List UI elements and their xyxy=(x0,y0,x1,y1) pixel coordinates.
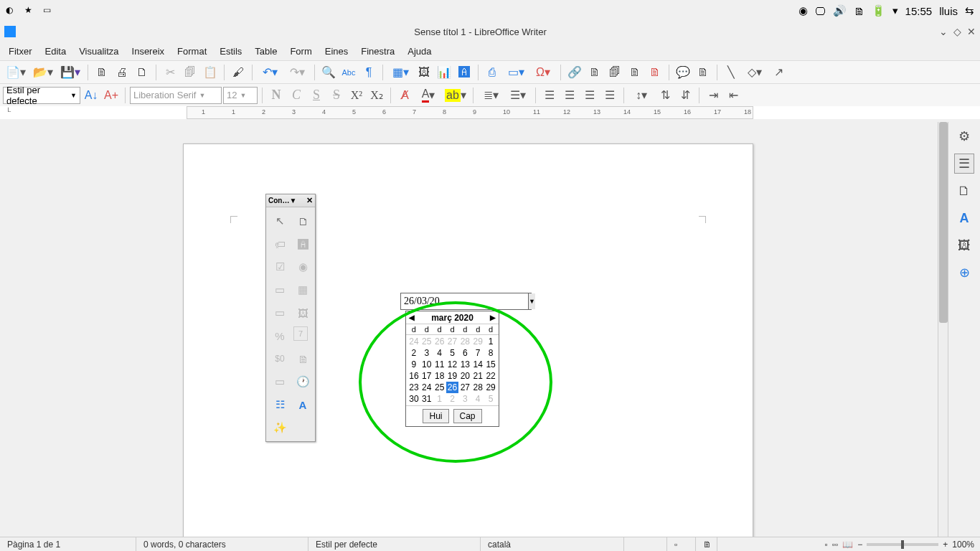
firefox-tray-icon[interactable]: ◉ xyxy=(798,4,808,17)
volume-tray-icon[interactable]: 🔊 xyxy=(833,4,847,17)
track-changes-button[interactable]: 🗎 xyxy=(646,63,664,82)
calendar-day[interactable]: 31 xyxy=(420,393,433,405)
sidebar-settings-icon[interactable]: ⚙ xyxy=(954,126,974,146)
calendar-day[interactable]: 18 xyxy=(433,370,446,382)
battery-tray-icon[interactable]: 🔋 xyxy=(872,4,885,17)
menu-format[interactable]: Format xyxy=(171,44,212,59)
menu-table[interactable]: Table xyxy=(249,44,283,59)
form-controls-panel[interactable]: Con… ▼ ✕ ↖ 🗋 🏷 🅰 ☑ ◉ ▭ ▦ ▭ 🖼 % 7 $0 🗎 ▭ … xyxy=(265,194,316,442)
print-button[interactable]: 🖨 xyxy=(113,63,131,82)
zoom-value[interactable]: 100% xyxy=(952,540,974,550)
maximize-button[interactable]: ◇ xyxy=(953,26,961,37)
minimize-button[interactable]: ⌄ xyxy=(939,26,948,37)
draw-functions-button[interactable]: ↗ xyxy=(769,63,788,82)
pushbutton-control-icon[interactable]: ▭ xyxy=(270,303,289,322)
status-wordcount[interactable]: 0 words, 0 characters xyxy=(136,537,308,551)
formatted-field-icon[interactable]: % xyxy=(270,326,289,345)
clear-format-button[interactable]: A̸ xyxy=(395,86,414,105)
insert-image-button[interactable]: 🖼 xyxy=(415,63,433,82)
page-break-button[interactable]: ⎙ xyxy=(483,63,501,82)
font-name-combo[interactable]: Liberation Serif ▼ xyxy=(130,87,222,104)
shapes-button[interactable]: ◇▾ xyxy=(742,63,768,82)
menu-estils[interactable]: Estils xyxy=(214,44,248,59)
font-color-button[interactable]: A▾ xyxy=(415,86,441,105)
form-panel-close[interactable]: ✕ xyxy=(306,196,313,205)
view-multi-icon[interactable]: ▫▫ xyxy=(832,540,839,550)
new-button[interactable]: 📄▾ xyxy=(3,63,29,82)
new-style-button[interactable]: A+ xyxy=(102,86,121,105)
currency-field-icon[interactable]: $0 xyxy=(270,349,289,368)
save-button[interactable]: 💾▾ xyxy=(57,63,83,82)
find-button[interactable]: 🔍 xyxy=(319,63,338,82)
date-dropdown-button[interactable]: ▼ xyxy=(528,293,535,309)
status-selection-mode[interactable]: ▫ xyxy=(667,537,696,551)
clock[interactable]: 15:55 xyxy=(905,5,933,17)
bookmark-icon[interactable]: ★ xyxy=(24,5,36,17)
numbering-button[interactable]: ☰▾ xyxy=(505,86,531,105)
align-justify-button[interactable]: ☰ xyxy=(600,86,619,105)
menu-fitxer[interactable]: Fitxer xyxy=(3,44,38,59)
checkbox-control-icon[interactable]: ☑ xyxy=(270,258,289,276)
decrease-spacing-button[interactable]: ⇵ xyxy=(676,86,694,105)
date-input[interactable] xyxy=(401,293,528,309)
time-field-icon[interactable]: 🕐 xyxy=(293,372,312,391)
calendar-day[interactable]: 2 xyxy=(407,347,420,359)
calendar-day[interactable]: 2 xyxy=(446,393,459,405)
window-icon[interactable]: ▭ xyxy=(43,5,55,17)
status-insert-mode[interactable] xyxy=(624,537,667,551)
calendar-none-button[interactable]: Cap xyxy=(453,409,482,423)
calendar-day[interactable]: 9 xyxy=(407,359,420,370)
zoom-in-button[interactable]: + xyxy=(943,540,948,550)
calendar-day[interactable]: 7 xyxy=(471,347,484,359)
calendar-day[interactable]: 17 xyxy=(420,370,433,382)
bullets-button[interactable]: ≣▾ xyxy=(478,86,504,105)
calendar-day[interactable]: 19 xyxy=(446,370,459,382)
calendar-day[interactable]: 3 xyxy=(420,347,433,359)
label-control-icon[interactable]: 🏷 xyxy=(270,235,289,253)
calendar-day[interactable]: 13 xyxy=(458,359,471,370)
calendar-day[interactable]: 29 xyxy=(471,336,484,347)
image-control-icon[interactable]: 🖼 xyxy=(293,303,312,322)
numeric-field-icon[interactable]: 🗎 xyxy=(293,349,312,368)
spellcheck-button[interactable]: Abc xyxy=(339,63,358,82)
combobox-control-icon[interactable]: ▦ xyxy=(293,281,312,299)
open-button[interactable]: 📂▾ xyxy=(30,63,56,82)
cut-button[interactable]: ✂ xyxy=(161,63,179,82)
calendar-day[interactable]: 3 xyxy=(458,393,471,405)
sidebar-styles-icon[interactable]: A xyxy=(954,208,974,228)
calendar-day[interactable]: 6 xyxy=(458,347,471,359)
highlight-button[interactable]: ab▾ xyxy=(443,86,468,105)
footnote-button[interactable]: 🗎 xyxy=(585,63,604,82)
calendar-day[interactable]: 1 xyxy=(433,393,446,405)
view-single-icon[interactable]: ▫ xyxy=(824,540,827,550)
date-field-icon[interactable]: 7 xyxy=(293,326,308,341)
activities-icon[interactable]: ◐ xyxy=(6,5,17,17)
calendar-day[interactable]: 25 xyxy=(433,382,446,393)
insert-field-button[interactable]: ▭▾ xyxy=(503,63,529,82)
status-language[interactable]: català xyxy=(481,537,624,551)
calendar-day[interactable]: 14 xyxy=(471,359,484,370)
calendar-day[interactable]: 5 xyxy=(446,347,459,359)
status-style[interactable]: Estil per defecte xyxy=(308,537,481,551)
doc-tray-icon[interactable]: 🗎 xyxy=(854,5,864,17)
close-button[interactable]: ✕ xyxy=(967,26,976,37)
vertical-scrollbar[interactable] xyxy=(938,122,948,537)
calendar-day[interactable]: 4 xyxy=(471,393,484,405)
calendar-day[interactable]: 29 xyxy=(484,382,497,393)
design-mode-icon[interactable]: 🗋 xyxy=(293,212,312,230)
calendar-day[interactable]: 23 xyxy=(407,382,420,393)
calendar-day[interactable]: 8 xyxy=(484,347,497,359)
form-panel-dropdown[interactable]: ▼ xyxy=(289,197,296,204)
view-book-icon[interactable]: 📖 xyxy=(842,540,853,550)
increase-spacing-button[interactable]: ⇅ xyxy=(656,86,674,105)
date-field[interactable]: ▼ xyxy=(400,293,532,310)
hyperlink-button[interactable]: 🔗 xyxy=(565,63,584,82)
menu-finestra[interactable]: Finestra xyxy=(355,44,400,59)
form-properties-icon[interactable]: ☷ xyxy=(270,395,289,414)
paragraph-style-combo[interactable]: Estil per defecte ▼ xyxy=(3,87,80,104)
calendar-day[interactable]: 22 xyxy=(484,370,497,382)
crossref-button[interactable]: 🗎 xyxy=(626,63,644,82)
menu-eines[interactable]: Eines xyxy=(319,44,354,59)
menu-tray-icon[interactable]: ▾ xyxy=(892,4,898,17)
calendar-day[interactable]: 26 xyxy=(433,336,446,347)
